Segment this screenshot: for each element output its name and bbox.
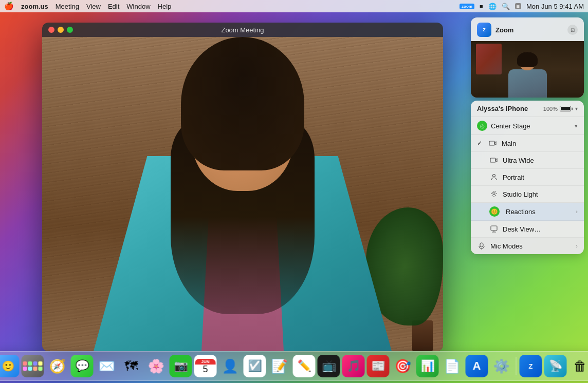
- camera-icon: [488, 139, 498, 148]
- camera-source-row[interactable]: Alyssa's iPhone 100% ▾: [471, 101, 584, 117]
- camera-preview: [471, 41, 584, 98]
- dock-item-launchpad[interactable]: [22, 355, 44, 377]
- notification-icon[interactable]: ≡: [515, 3, 521, 9]
- fullscreen-button[interactable]: [67, 27, 73, 33]
- notification-expand-button[interactable]: ⊡: [567, 25, 578, 35]
- dock-separator: [516, 357, 517, 375]
- notification-panel: Z Zoom ⊡: [471, 17, 584, 254]
- dock-item-airdrop[interactable]: 📡: [544, 355, 567, 377]
- dock: 🙂 🧭 💬 ✉️ 🗺 🌸 📷 JUN 5 👤: [0, 351, 588, 381]
- dock-item-keynote[interactable]: 🎯: [392, 355, 414, 377]
- dock-item-settings[interactable]: ⚙️: [490, 355, 513, 377]
- menubar-left: 🍎 zoom.us Meeting View Edit Window Help: [4, 2, 171, 11]
- reactions-emoji-icon: 😊: [491, 208, 498, 215]
- menu-item-desk-left: Desk View…: [477, 224, 541, 234]
- menu-edit[interactable]: Edit: [108, 3, 119, 10]
- mic-modes-arrow-icon: ›: [576, 243, 578, 249]
- dock-item-contacts[interactable]: 👤: [219, 355, 242, 377]
- menu-item-studio-light[interactable]: Studio Light: [471, 186, 584, 203]
- dock-item-zoom[interactable]: Z: [520, 355, 542, 377]
- zoom-icon-letter: Z: [483, 27, 486, 32]
- dock-item-reminders[interactable]: ☑️: [244, 355, 266, 377]
- mic-modes-left: Mic Modes: [477, 241, 523, 251]
- svg-point-1: [493, 193, 495, 195]
- dock-item-facetime[interactable]: 📷: [170, 355, 192, 377]
- close-button[interactable]: [48, 27, 54, 33]
- center-stage-chevron-icon: ▾: [575, 123, 578, 129]
- dock-item-pages[interactable]: 📄: [441, 355, 464, 377]
- dock-item-calendar[interactable]: JUN 5: [194, 355, 217, 377]
- center-stage-left: ◎ Center Stage: [477, 121, 530, 131]
- desktop: 🍎 zoom.us Meeting View Edit Window Help …: [0, 0, 588, 383]
- dock-item-photos[interactable]: 🌸: [145, 355, 168, 377]
- menu-item-reactions[interactable]: 😊 Reactions ›: [471, 203, 584, 221]
- battery-icon: [560, 106, 571, 111]
- dock-item-finder[interactable]: 🙂: [0, 355, 20, 377]
- center-stage-row[interactable]: ◎ Center Stage ▾: [471, 117, 584, 135]
- dock-item-appstore[interactable]: A: [466, 355, 488, 377]
- portrait-icon: [489, 173, 499, 182]
- menu-meeting[interactable]: Meeting: [56, 3, 79, 10]
- camera-dropdown: Alyssa's iPhone 100% ▾ ◎ Center Stage: [471, 101, 584, 254]
- reactions-arrow-icon: ›: [576, 208, 578, 215]
- ultrawide-label: Ultra Wide: [503, 157, 534, 164]
- dock-item-trash[interactable]: 🗑: [569, 355, 589, 377]
- dock-item-music[interactable]: 🎵: [342, 355, 365, 377]
- studio-light-icon: [489, 189, 499, 199]
- apple-menu[interactable]: 🍎: [4, 2, 14, 11]
- wifi-icon[interactable]: 🌐: [488, 3, 497, 10]
- menu-datetime[interactable]: Mon Jun 5 9:41 AM: [526, 3, 584, 10]
- battery-fill: [561, 107, 570, 110]
- menu-item-portrait-left: Portrait: [477, 173, 524, 182]
- preview-art: [476, 44, 502, 74]
- app-name[interactable]: zoom.us: [21, 3, 48, 10]
- search-icon[interactable]: 🔍: [502, 3, 510, 10]
- dock-item-numbers[interactable]: 📊: [416, 355, 439, 377]
- menu-item-ultrawide[interactable]: Ultra Wide: [471, 152, 584, 169]
- portrait-label: Portrait: [503, 174, 524, 181]
- reactions-label: Reactions: [506, 208, 536, 216]
- zoom-status-icon[interactable]: zoom: [460, 4, 474, 9]
- dock-item-tv[interactable]: 📺: [318, 355, 340, 377]
- zoom-notification-card: Z Zoom ⊡: [471, 17, 584, 98]
- svg-rect-2: [491, 226, 497, 231]
- battery-status: ■: [480, 3, 483, 9]
- dock-item-safari[interactable]: 🧭: [46, 355, 69, 377]
- device-name: Alyssa's iPhone: [477, 105, 528, 112]
- battery-row: 100% ▾: [543, 106, 578, 112]
- menu-item-reactions-left: 😊 Reactions: [477, 206, 536, 217]
- menu-help[interactable]: Help: [158, 3, 172, 10]
- ultrawide-camera-icon: [489, 156, 499, 165]
- expand-icon: ⊡: [571, 27, 575, 33]
- dock-item-news[interactable]: 📰: [367, 355, 390, 377]
- checkmark-icon: ✓: [477, 140, 482, 147]
- minimize-button[interactable]: [58, 27, 64, 33]
- notification-app-name: Zoom: [495, 26, 563, 34]
- cs-icon-symbol: ◎: [480, 123, 485, 129]
- menubar-right: zoom ■ 🌐 🔍 ≡ Mon Jun 5 9:41 AM: [460, 3, 584, 10]
- dock-item-notes[interactable]: 📝: [268, 355, 291, 377]
- dock-item-maps[interactable]: 🗺: [120, 355, 143, 377]
- dock-item-mail[interactable]: ✉️: [96, 355, 118, 377]
- zoom-window: Zoom Meeting: [42, 23, 443, 351]
- dock-item-freeform[interactable]: ✏️: [293, 355, 316, 377]
- desk-view-label: Desk View…: [503, 225, 541, 233]
- battery-percentage: 100%: [543, 106, 558, 112]
- hair-top: [181, 37, 304, 170]
- menu-item-main[interactable]: ✓ Main: [471, 135, 584, 152]
- menu-item-desk-view[interactable]: Desk View…: [471, 221, 584, 238]
- traffic-lights: [48, 27, 73, 33]
- menu-window[interactable]: Window: [126, 3, 150, 10]
- menu-view[interactable]: View: [86, 3, 101, 10]
- device-chevron-icon: ▾: [575, 106, 578, 111]
- dock-item-messages[interactable]: 💬: [71, 355, 94, 377]
- preview-jacket: [508, 69, 547, 98]
- notification-header: Z Zoom ⊡: [471, 17, 584, 41]
- menu-item-portrait[interactable]: Portrait: [471, 169, 584, 186]
- mic-modes-row[interactable]: Mic Modes ›: [471, 238, 584, 254]
- mic-modes-label: Mic Modes: [490, 242, 523, 250]
- menu-item-studio-left: Studio Light: [477, 189, 538, 199]
- mic-modes-icon: [477, 241, 486, 251]
- battery-tip: [572, 107, 573, 110]
- main-label: Main: [502, 140, 516, 147]
